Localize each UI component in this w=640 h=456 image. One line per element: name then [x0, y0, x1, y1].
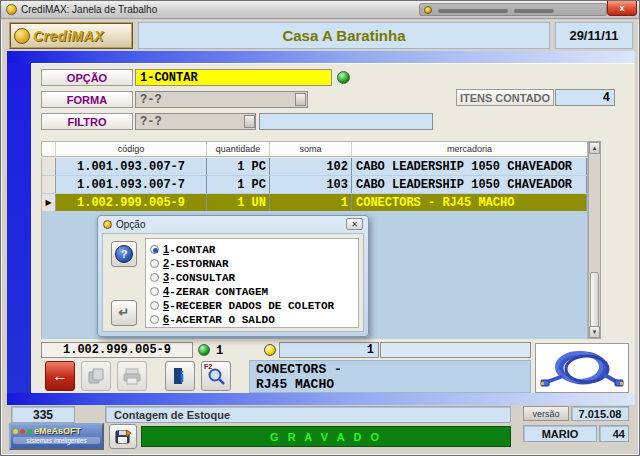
table-row[interactable]: ▶1.002.999.005-91 UN1CONECTORS - RJ45 MA…: [42, 194, 587, 211]
editor-sum-field[interactable]: 1: [279, 342, 379, 358]
cell-soma: 103: [270, 176, 352, 193]
cell-mercadoria: CONECTORS - RJ45 MACHO: [352, 194, 587, 211]
opcao-field[interactable]: 1-CONTAR: [135, 69, 332, 86]
enter-button[interactable]: ↵: [111, 300, 137, 326]
table-row[interactable]: 1.001.093.007-71 PC102CABO LEADERSHIP 10…: [42, 158, 587, 175]
editor-qty: 1: [216, 344, 223, 358]
terminal-box: 44: [599, 425, 629, 442]
info-button[interactable]: i: [165, 361, 195, 391]
option-item[interactable]: 5-RECEBER DADOS DE COLETOR: [150, 298, 356, 312]
column-codigo[interactable]: código: [56, 142, 207, 156]
current-date: 29/11/11: [569, 28, 618, 43]
cell-mercadoria: CABO LEADERSHIP 1050 CHAVEADOR: [352, 176, 587, 193]
cell-mercadoria: CABO LEADERSHIP 1050 CHAVEADOR: [352, 158, 587, 175]
background-window-ghost: [419, 3, 607, 16]
f2-label: F2: [204, 363, 212, 370]
row-selector: [42, 158, 56, 175]
editor-yellow-orb-icon: [264, 344, 276, 356]
top-blue-bar: [7, 51, 635, 63]
row-selector: ▶: [42, 194, 56, 211]
radio-icon[interactable]: [150, 245, 159, 254]
editor-codigo-field[interactable]: 1.002.999.005-9: [41, 342, 193, 358]
filtro-label: FILTRO: [41, 113, 133, 130]
table-header: código quantidade soma mercadoria: [41, 141, 588, 157]
scroll-down-icon[interactable]: ▼: [589, 326, 600, 338]
brand-logo: eMeAsOFT sistemas inteligentes: [9, 423, 104, 450]
filtro-lookup-button[interactable]: [244, 115, 255, 128]
option-item[interactable]: 2-ESTORNAR: [150, 256, 356, 270]
radio-icon[interactable]: [150, 315, 159, 324]
logo-text: CrediMAX: [33, 28, 104, 44]
forma-label: FORMA: [41, 91, 133, 108]
option-label: 5-RECEBER DADOS DE COLETOR: [163, 299, 334, 312]
coin-icon: [14, 28, 30, 44]
search-f2-button[interactable]: F2: [201, 361, 231, 391]
company-title-box: Casa A Baratinha: [138, 22, 550, 49]
option-item[interactable]: 4-ZERAR CONTAGEM: [150, 284, 356, 298]
save-button[interactable]: [109, 424, 137, 449]
option-item[interactable]: 1-CONTAR: [150, 242, 356, 256]
header-gutter: [42, 142, 56, 156]
radio-icon[interactable]: [150, 273, 159, 282]
pages-button[interactable]: [81, 361, 111, 391]
radio-icon[interactable]: [150, 287, 159, 296]
opcao-label: OPÇÃO: [41, 69, 133, 86]
dialog-body: ? ↵ 1-CONTAR2-ESTORNAR3-CONSULTAR4-ZERAR…: [102, 233, 364, 332]
printer-icon: [122, 367, 142, 385]
detail-line1: CONECTORS -: [256, 362, 524, 377]
help-icon: ?: [115, 245, 133, 263]
editor-green-orb-icon: [198, 344, 210, 356]
dialog-title: Opção: [116, 219, 342, 230]
cell-soma: 102: [270, 158, 352, 175]
grid-scrollbar[interactable]: ▲ ▼: [588, 141, 601, 339]
cell-codigo: 1.002.999.005-9: [56, 194, 207, 211]
app-window: CrediMAX: Janela de Trabalho x CrediMAX …: [0, 0, 640, 456]
column-mercadoria[interactable]: mercadoria: [352, 142, 587, 156]
option-label: 2-ESTORNAR: [163, 257, 229, 270]
print-button[interactable]: [117, 361, 147, 391]
forma-lookup-button[interactable]: [295, 93, 306, 106]
column-quantidade[interactable]: quantidade: [207, 142, 270, 156]
mode-box: Contagem de Estoque: [105, 406, 511, 423]
itens-contado-label: ITENS CONTADO: [456, 89, 554, 106]
radio-icon[interactable]: [150, 259, 159, 268]
column-soma[interactable]: soma: [270, 142, 352, 156]
cell-codigo: 1.001.093.007-7: [56, 158, 207, 175]
option-item[interactable]: 6-ACERTAR O SALDO: [150, 312, 356, 326]
versao-value: 7.015.08: [571, 406, 629, 421]
detail-line2: RJ45 MACHO: [256, 377, 524, 392]
dialog-title-bar[interactable]: Opção ✕: [98, 216, 368, 232]
opcao-status-orb-icon: [337, 71, 350, 84]
editor-empty-field[interactable]: [380, 342, 531, 358]
detail-panel: CONECTORS - RJ45 MACHO: [249, 360, 531, 393]
radio-icon[interactable]: [150, 301, 159, 310]
help-button[interactable]: ?: [111, 241, 137, 267]
date-box: 29/11/11: [555, 22, 633, 49]
product-image-box: [535, 343, 629, 393]
scroll-thumb[interactable]: [590, 272, 599, 327]
close-icon[interactable]: x: [607, 1, 637, 16]
back-button[interactable]: ←: [45, 361, 75, 391]
option-list: 1-CONTAR2-ESTORNAR3-CONSULTAR4-ZERAR CON…: [145, 238, 359, 328]
dialog-close-icon[interactable]: ✕: [346, 218, 363, 230]
pages-icon: [87, 367, 105, 385]
cell-quantidade: 1 PC: [207, 158, 270, 175]
filtro-field[interactable]: ?-?: [135, 113, 256, 130]
table-row[interactable]: 1.001.093.007-71 PC103CABO LEADERSHIP 10…: [42, 176, 587, 193]
option-label: 3-CONSULTAR: [163, 271, 235, 284]
info-icon: i: [171, 366, 189, 386]
back-arrow-icon: ←: [52, 368, 68, 384]
brand-subtitle: sistemas inteligentes: [13, 437, 100, 444]
option-item[interactable]: 3-CONSULTAR: [150, 270, 356, 284]
scroll-up-icon[interactable]: ▲: [589, 142, 600, 154]
window-coin-icon: [6, 4, 17, 15]
filtro-extra-field[interactable]: [259, 113, 433, 130]
versao-label: versão: [523, 406, 569, 421]
forma-field[interactable]: ?-?: [135, 91, 308, 108]
ghost-coin-icon: [424, 6, 432, 14]
diskette-icon: [114, 428, 132, 446]
gravado-text: G R A V A D O: [270, 431, 382, 443]
brand-name: eMeAsOFT: [34, 426, 81, 436]
cell-quantidade: 1 UN: [207, 194, 270, 211]
svg-text:i: i: [180, 368, 184, 385]
